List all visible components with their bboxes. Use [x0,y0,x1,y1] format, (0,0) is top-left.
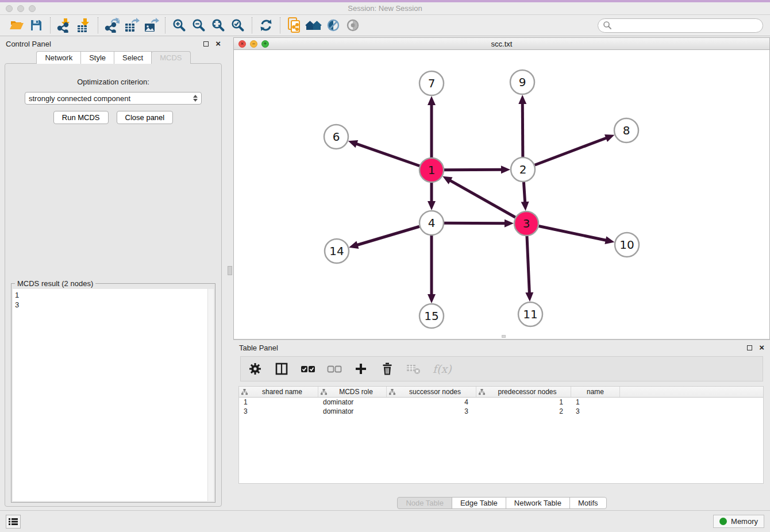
edge-2-3[interactable] [523,182,525,203]
close-panel-button[interactable]: Close panel [117,111,174,124]
tab-node-table[interactable]: Node Table [397,497,452,509]
close-table-panel-icon[interactable]: × [759,345,764,350]
deselect-all-button[interactable] [327,361,342,377]
show-column-panel-button[interactable] [274,361,289,377]
edge-4-3[interactable] [444,223,506,223]
edge-1-6[interactable] [356,144,419,166]
table-row[interactable]: 3 dominator 3 2 3 [239,407,763,416]
edge-arrowhead-3-10 [605,236,614,244]
tab-network-table[interactable]: Network Table [506,497,570,509]
hide-selected-button[interactable] [324,17,343,34]
criterion-dropdown[interactable]: strongly connected component [25,92,202,105]
memory-button[interactable]: Memory [713,515,764,528]
hide-circle-slash-icon [326,18,341,33]
export-network-button[interactable] [102,17,122,34]
edge-2-8[interactable] [535,138,607,165]
edge-1-2[interactable] [444,169,502,170]
zoom-selected-button[interactable] [228,17,248,34]
edge-3-1[interactable] [449,180,515,218]
cell-shared-name[interactable]: 1 [239,398,318,407]
delete-table-button[interactable] [406,361,421,377]
first-neighbors-button[interactable] [304,17,324,34]
float-table-panel-icon[interactable] [747,345,752,350]
table-toolbar: f(x) [240,356,763,381]
edge-4-14[interactable] [357,226,419,245]
apply-layout-button[interactable] [256,17,276,34]
column-header-mcds-role[interactable]: MCDS role [318,387,387,397]
node-label-1: 1 [428,163,436,177]
save-floppy-icon [30,19,43,32]
save-session-button[interactable] [26,17,46,34]
tab-select[interactable]: Select [114,51,152,64]
node-label-7: 7 [428,76,436,90]
edge-3-10[interactable] [539,226,607,241]
control-panel-tabs: Network Style Select MCDS [0,51,226,64]
table-row[interactable]: 1 dominator 4 1 1 [239,398,763,407]
edge-2-9[interactable] [522,103,523,157]
column-header-predecessor-nodes[interactable]: predecessor nodes [476,387,571,397]
table-panel: Table Panel × [233,340,770,510]
tab-style[interactable]: Style [80,51,114,64]
columns-icon [275,362,288,376]
run-mcds-button[interactable]: Run MCDS [53,111,109,124]
dropdown-stepper-icon [193,95,198,102]
cell-predecessor-nodes[interactable]: 1 [476,398,571,407]
import-table-button[interactable] [74,17,94,34]
tab-network[interactable]: Network [36,51,81,64]
cell-successor-nodes[interactable]: 3 [387,407,476,416]
edge-arrowhead-1-2 [501,165,510,174]
export-image-button[interactable] [141,17,161,34]
table-options-button[interactable] [248,361,263,377]
task-history-button[interactable] [6,515,21,529]
result-scrollbar[interactable] [207,289,214,501]
clone-network-button[interactable] [284,17,304,34]
toolbar-search-field[interactable] [598,18,763,33]
cell-mcds-role[interactable]: dominator [318,407,387,416]
tab-mcds[interactable]: MCDS [151,51,190,64]
cell-name[interactable]: 1 [571,398,620,407]
tab-motifs[interactable]: Motifs [569,497,607,509]
function-builder-button[interactable]: f(x) [433,361,452,377]
export-table-button[interactable] [122,17,141,34]
cell-successor-nodes[interactable]: 4 [387,398,476,407]
column-header-shared-name[interactable]: shared name [239,387,318,397]
cell-predecessor-nodes[interactable]: 2 [476,407,571,416]
node-table[interactable]: shared name MCDS role successor nodes [238,386,764,484]
zoom-out-icon [191,18,206,33]
search-input[interactable] [612,21,758,29]
zoom-fit-button[interactable] [209,17,228,34]
cell-shared-name[interactable]: 3 [239,407,318,416]
network-graph[interactable]: 7968124314101511 [234,50,769,338]
import-network-button[interactable] [55,17,74,34]
criterion-value: strongly connected component [29,94,193,103]
clone-network-icon [287,17,302,33]
cell-mcds-role[interactable]: dominator [318,398,387,407]
edge-3-11[interactable] [527,236,529,294]
show-all-button[interactable] [343,17,363,34]
import-network-icon [56,18,72,33]
delete-column-button[interactable] [380,361,395,377]
close-panel-icon[interactable]: × [215,41,221,47]
search-icon [603,21,612,30]
export-table-icon [124,18,140,33]
list-icon [9,518,18,526]
select-all-button[interactable] [301,361,315,377]
zoom-out-button[interactable] [189,17,209,34]
float-panel-icon[interactable] [203,41,209,47]
node-label-2: 2 [519,163,527,176]
panel-splitter[interactable] [226,36,233,510]
zoom-selected-icon [230,18,245,33]
network-canvas[interactable]: 7968124314101511 [234,50,769,339]
add-column-button[interactable] [353,361,368,377]
column-header-successor-nodes[interactable]: successor nodes [387,387,476,397]
column-header-name[interactable]: name [571,387,620,397]
tab-edge-table[interactable]: Edge Table [452,497,506,509]
open-session-button[interactable] [7,17,26,34]
splitter-grip-icon[interactable] [228,266,232,275]
cell-name[interactable]: 3 [571,407,620,416]
node-label-10: 10 [619,238,634,252]
zoom-in-button[interactable] [170,17,189,34]
node-label-15: 15 [424,309,438,323]
mcds-result-text[interactable]: 1 3 [13,289,207,501]
network-resize-grip[interactable] [502,335,506,338]
